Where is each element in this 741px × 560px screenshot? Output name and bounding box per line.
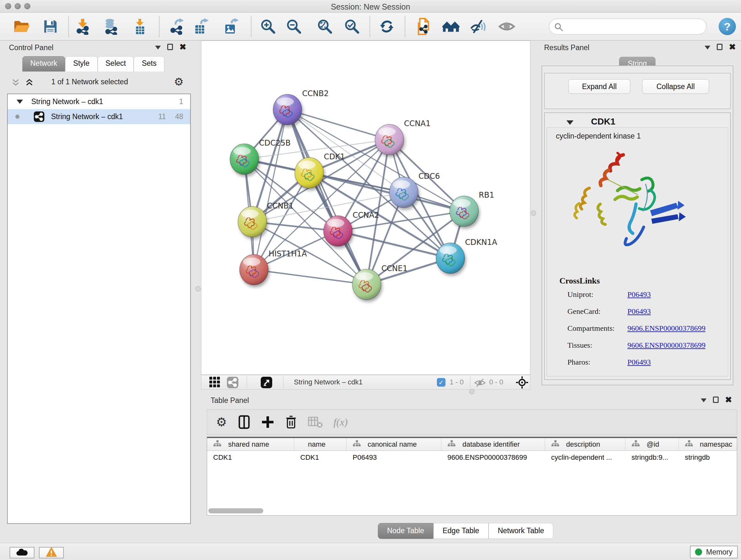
crosslink-link[interactable]: 9606.ENSP00000378699 bbox=[627, 324, 705, 341]
network-row[interactable]: String Network – cdk1 11 48 bbox=[8, 109, 190, 124]
table-cell[interactable]: stringdb bbox=[679, 451, 737, 464]
search-input[interactable] bbox=[566, 20, 700, 33]
network-view-icon[interactable] bbox=[227, 377, 239, 389]
crosslinks-list: Uniprot:P06493GeneCard:P06493Compartment… bbox=[567, 290, 705, 375]
cloud-status-button[interactable] bbox=[10, 547, 35, 558]
panel-minimize-icon[interactable] bbox=[704, 46, 711, 50]
warnings-button[interactable] bbox=[39, 547, 64, 558]
zoom-out-icon[interactable] bbox=[285, 17, 303, 36]
zoom-fit-icon[interactable] bbox=[316, 17, 334, 36]
network-canvas[interactable]: CCNB2CCNA1CDC25BCDK1CDC6RB1CCNB1CCNA2CDK… bbox=[201, 41, 530, 375]
crosslink-label: GeneCard: bbox=[567, 307, 627, 324]
tab-network[interactable]: Network bbox=[22, 56, 65, 71]
graph-node-CDKN1A[interactable]: CDKN1A bbox=[436, 238, 497, 273]
graph-node-CCNA1[interactable]: CCNA1 bbox=[375, 119, 430, 155]
export-network-icon[interactable] bbox=[169, 17, 186, 36]
import-network-icon[interactable] bbox=[74, 17, 92, 36]
tab-select[interactable]: Select bbox=[98, 56, 134, 71]
node-label: CCNB2 bbox=[302, 89, 329, 98]
panel-minimize-icon[interactable] bbox=[155, 46, 161, 50]
refresh-icon[interactable] bbox=[378, 17, 396, 36]
crosslink-link[interactable]: P06493 bbox=[627, 358, 651, 375]
panel-float-icon[interactable] bbox=[713, 396, 719, 403]
column-header-shared-name[interactable]: shared name bbox=[207, 438, 294, 450]
delete-column-trash-icon[interactable] bbox=[285, 415, 297, 429]
column-header-description[interactable]: description bbox=[545, 438, 625, 450]
add-column-icon[interactable] bbox=[261, 416, 274, 428]
string-network-graph[interactable]: CCNB2CCNA1CDC25BCDK1CDC6RB1CCNB1CCNA2CDK… bbox=[201, 41, 530, 374]
show-columns-icon[interactable] bbox=[238, 415, 251, 429]
warning-icon bbox=[46, 547, 57, 558]
column-header-name[interactable]: name bbox=[294, 438, 347, 450]
crosshair-icon[interactable] bbox=[516, 376, 528, 390]
horizontal-scrollbar[interactable] bbox=[208, 508, 263, 513]
network-collection-row[interactable]: String Network – cdk1 1 bbox=[8, 94, 190, 109]
graph-node-RB1[interactable]: RB1 bbox=[450, 191, 494, 226]
show-panel-eye-icon[interactable] bbox=[498, 17, 516, 36]
export-table-icon[interactable] bbox=[192, 17, 210, 36]
node-label: CCNA1 bbox=[404, 119, 430, 128]
crosslink-link[interactable]: 9606.ENSP00000378699 bbox=[627, 341, 705, 358]
column-header-canonical-name[interactable]: canonical name bbox=[347, 438, 441, 450]
memory-button[interactable]: Memory bbox=[690, 546, 738, 558]
column-header--id[interactable]: @id bbox=[625, 438, 679, 450]
graph-node-CCNB1[interactable]: CCNB1 bbox=[238, 201, 293, 237]
table-settings-gear-icon[interactable]: ⚙ bbox=[216, 417, 227, 428]
open-file-icon[interactable] bbox=[13, 17, 30, 36]
crosslink-link[interactable]: P06493 bbox=[627, 290, 651, 307]
control-panel-tabs: NetworkStyleSelectSets bbox=[22, 56, 164, 71]
collapse-all-button[interactable]: Collapse All bbox=[642, 79, 709, 94]
panel-minimize-icon[interactable] bbox=[701, 398, 706, 402]
graph-node-CDC25B[interactable]: CDC25B bbox=[230, 138, 291, 174]
tab-edge-table[interactable]: Edge Table bbox=[433, 523, 488, 539]
table-cell[interactable]: P06493 bbox=[347, 451, 441, 464]
column-header-database-identifier[interactable]: database identifier bbox=[441, 438, 545, 450]
panel-float-icon[interactable] bbox=[167, 44, 173, 50]
table-cell[interactable]: 9606.ENSP00000378699 bbox=[441, 451, 545, 464]
panel-float-icon[interactable] bbox=[717, 44, 723, 50]
graph-node-HIST1H1A[interactable]: HIST1H1A bbox=[240, 249, 307, 285]
table-cell[interactable]: cyclin-dependent ... bbox=[545, 451, 625, 464]
gene-collapse-icon[interactable] bbox=[566, 120, 574, 125]
column-header-namespac[interactable]: namespac bbox=[679, 438, 737, 450]
network-state-dot bbox=[15, 115, 19, 119]
help-icon[interactable]: ? bbox=[719, 18, 736, 35]
network-options-gear-icon[interactable]: ⚙ bbox=[174, 76, 184, 87]
tab-style[interactable]: Style bbox=[65, 56, 97, 71]
node-table[interactable]: shared namenamecanonical namedatabase id… bbox=[207, 437, 737, 516]
crosslink-link[interactable]: P06493 bbox=[627, 307, 651, 324]
open-detached-view-icon[interactable] bbox=[261, 377, 272, 389]
panel-close-icon[interactable]: ✖ bbox=[725, 396, 732, 403]
graph-node-CCNE1[interactable]: CCNE1 bbox=[352, 264, 408, 300]
right-splitter-handle[interactable] bbox=[531, 210, 536, 216]
graph-node-CDC6[interactable]: CDC6 bbox=[389, 172, 440, 207]
import-table-icon[interactable] bbox=[131, 17, 149, 36]
table-cell[interactable]: stringdb:9... bbox=[625, 451, 679, 464]
node-label: CCNA2 bbox=[353, 211, 379, 220]
save-session-icon[interactable] bbox=[42, 17, 59, 36]
selected-checkbox-icon[interactable]: ✓ bbox=[437, 378, 446, 387]
left-splitter-handle[interactable] bbox=[195, 286, 201, 292]
tab-sets[interactable]: Sets bbox=[134, 56, 164, 71]
table-cell[interactable]: CDK1 bbox=[207, 451, 294, 464]
zoom-in-icon[interactable] bbox=[259, 17, 277, 36]
network-icon bbox=[34, 111, 44, 124]
search-icon bbox=[554, 23, 563, 33]
home-pages-icon[interactable] bbox=[442, 17, 460, 36]
collection-collapse-icon[interactable] bbox=[17, 100, 23, 104]
expand-all-button[interactable]: Expand All bbox=[568, 79, 630, 94]
tab-network-table[interactable]: Network Table bbox=[488, 523, 553, 539]
table-cell[interactable]: CDK1 bbox=[294, 451, 347, 464]
tab-node-table[interactable]: Node Table bbox=[378, 523, 433, 539]
control-panel: Control Panel ✖ NetworkStyleSelectSets 1… bbox=[0, 41, 199, 543]
zoom-selected-icon[interactable] bbox=[343, 17, 361, 36]
hide-panel-eye-icon[interactable] bbox=[469, 17, 487, 36]
search-field-wrap bbox=[549, 18, 706, 35]
panel-close-icon[interactable]: ✖ bbox=[729, 44, 736, 50]
clone-network-icon[interactable] bbox=[415, 17, 433, 36]
panel-close-icon[interactable]: ✖ bbox=[179, 44, 186, 50]
grid-view-icon[interactable] bbox=[209, 377, 220, 389]
export-image-icon[interactable] bbox=[222, 17, 240, 36]
import-database-icon[interactable] bbox=[102, 17, 120, 36]
table-row[interactable]: CDK1CDK1P064939606.ENSP00000378699cyclin… bbox=[207, 451, 737, 464]
